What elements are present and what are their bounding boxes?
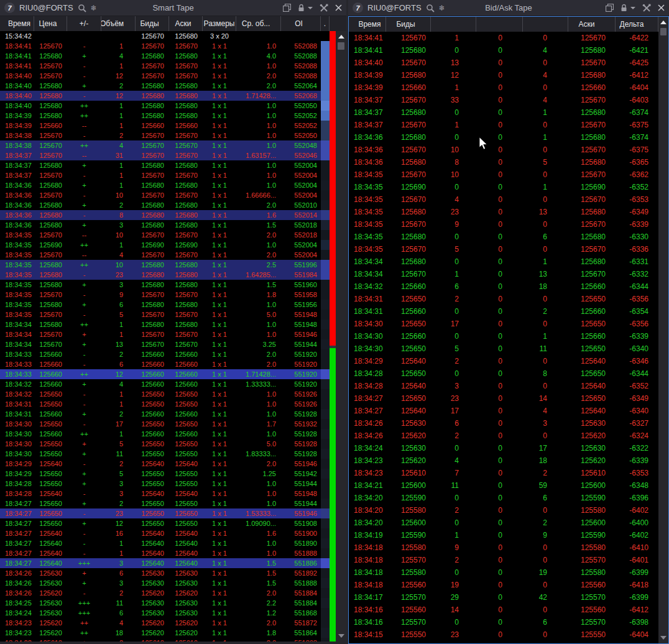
bidask-row[interactable]: 18:34:361256701000125670-6375 bbox=[349, 144, 668, 156]
tape-row[interactable]: 18:34:39125680++11256801256801 x 11.0552… bbox=[0, 111, 346, 121]
bidask-row[interactable]: 18:34:37125680001125680-6374 bbox=[349, 106, 668, 119]
scroll-down-arrow-icon[interactable] bbox=[658, 633, 668, 642]
bidask-row[interactable]: 18:34:35125670400125670-6353 bbox=[349, 193, 668, 206]
bidask-row[interactable]: 18:34:351256701000125670-6362 bbox=[349, 168, 668, 181]
lock-icon[interactable] bbox=[298, 4, 305, 12]
tape-row[interactable]: 18:34:23125620++41256201256201 x 12.0551… bbox=[0, 618, 346, 628]
tape-row[interactable]: 18:34:26125620-21256201256201 x 12.05518… bbox=[0, 588, 346, 598]
scroll-up-arrow-icon[interactable] bbox=[658, 18, 668, 27]
bidask-row[interactable]: 18:34:35125690001125690-6352 bbox=[349, 181, 668, 193]
lock-icon[interactable] bbox=[621, 4, 627, 12]
scrollbar-thumb[interactable] bbox=[660, 28, 667, 35]
bidask-row[interactable]: 18:34:301256505011125650-6340 bbox=[349, 343, 668, 355]
left-col-header-ask[interactable]: Аски bbox=[169, 16, 203, 31]
bidask-row[interactable]: 18:34:341256701013125670-6332 bbox=[349, 268, 668, 280]
bidask-row[interactable]: 18:34:371256703304125670-6403 bbox=[349, 94, 668, 106]
bidask-row[interactable]: 18:34:2112560011059125600-6348 bbox=[349, 479, 668, 492]
scroll-up-arrow-icon[interactable] bbox=[336, 32, 346, 41]
tape-row[interactable]: 18:34:29125640-21256401256401 x 12.05519… bbox=[0, 459, 346, 469]
close-icon[interactable] bbox=[335, 4, 342, 11]
bidask-row[interactable]: 18:34:39125660100125660-6404 bbox=[349, 81, 668, 94]
tape-row[interactable]: 18:34:27125640-11256401256401 x 11.05518… bbox=[0, 548, 346, 558]
tape-row[interactable]: 18:34:39125660--11256601256601 x 11.0552… bbox=[0, 121, 346, 131]
bidask-row[interactable]: 18:34:18125570200125570-6401 bbox=[349, 554, 668, 566]
search-icon[interactable] bbox=[78, 4, 86, 12]
bidask-row[interactable]: 18:34:23125610702125610-6353 bbox=[349, 467, 668, 479]
tape-row[interactable]: 18:34:40125670-121256701256701 x 12.0552… bbox=[0, 71, 346, 81]
bidask-row[interactable]: 18:34:20125580200125580-6402 bbox=[349, 504, 668, 517]
tape-row[interactable]: 18:34:26125630+31256301256301 x 11.55518… bbox=[0, 578, 346, 588]
tape-row[interactable]: 18:34:27125640-161256401256401 x 11.6551… bbox=[0, 528, 346, 538]
tape-row[interactable]: 18:34:23125620++181256201256201 x 11.855… bbox=[0, 628, 346, 638]
tape-row[interactable]: 18:34:36125670-101256701256701 x 11.6666… bbox=[0, 190, 346, 200]
left-col-header-bid[interactable]: Биды bbox=[136, 16, 169, 31]
left-col-header-time[interactable]: Время bbox=[0, 16, 34, 31]
bidask-row[interactable]: 18:34:26125620200125620-6324 bbox=[349, 430, 668, 442]
right-col-header-ask-vol[interactable] bbox=[523, 17, 568, 32]
bidask-row[interactable]: 18:34:29125640200125640-6346 bbox=[349, 355, 668, 367]
tape-row[interactable]: 18:34:24125630+++61256301256301 x 11.255… bbox=[0, 608, 346, 618]
snapshot-row[interactable]: 15:34:421256701256803 x 20 bbox=[0, 31, 346, 41]
left-col-header-volume[interactable]: Объём bbox=[101, 16, 136, 31]
bidask-row[interactable]: 18:34:35125680006125680-6330 bbox=[349, 231, 668, 243]
left-col-header-change[interactable]: +/- bbox=[67, 16, 101, 31]
tape-row[interactable]: 18:34:35125690++11256901256901 x 11.0552… bbox=[0, 240, 346, 250]
tape-row[interactable]: 18:34:36125680+11256801256801 x 11.05520… bbox=[0, 180, 346, 190]
tape-row[interactable]: 18:34:35125670-51256701256701 x 15.05519… bbox=[0, 310, 346, 320]
tape-row[interactable]: 18:34:41125670-11256701256701 x 11.05520… bbox=[0, 41, 346, 51]
bidask-row[interactable]: 18:34:31125650200125650-6356 bbox=[349, 293, 668, 305]
tape-row[interactable]: 18:34:36125680+31256801256801 x 11.55520… bbox=[0, 220, 346, 230]
bidask-tape-titlebar[interactable]: 7 RIU0@FORTS ❄ Bid/Ask Tape bbox=[348, 0, 669, 16]
tape-row[interactable]: 18:34:28125650+31256501256501 x 11.05519… bbox=[0, 479, 346, 489]
bidask-row[interactable]: 18:34:37125670100125670-6375 bbox=[349, 119, 668, 131]
bidask-row[interactable]: 18:34:36125680001125680-6374 bbox=[349, 131, 668, 144]
bidask-row[interactable]: 18:34:35125670500125670-6336 bbox=[349, 243, 668, 255]
tape-row[interactable]: 18:34:35125680+31256801256801 x 11.55519… bbox=[0, 280, 346, 290]
tape-row[interactable]: 18:34:30125650+51256501256501 x 15.05519… bbox=[0, 439, 346, 449]
right-scrollbar[interactable] bbox=[658, 17, 668, 643]
tape-row[interactable]: 18:34:38125670-21256701256701 x 11.05520… bbox=[0, 131, 346, 140]
tape-row[interactable]: 18:34:37125670--311256701256701 x 11.631… bbox=[0, 150, 346, 160]
tape-row[interactable]: 18:34:26125630+61256301256301 x 11.55518… bbox=[0, 568, 346, 578]
tape-row[interactable]: 18:34:33125660-21256601256601 x 12.05519… bbox=[0, 349, 346, 359]
tools-icon[interactable] bbox=[320, 4, 328, 12]
bidask-row[interactable]: 18:34:28125640300125640-6352 bbox=[349, 380, 668, 392]
search-icon[interactable] bbox=[426, 4, 435, 12]
tape-row[interactable]: 18:34:31125650-11256501256501 x 11.05519… bbox=[0, 399, 346, 409]
bidask-row[interactable]: 18:34:151255502300125550-6404 bbox=[349, 628, 668, 641]
left-col-header-price[interactable]: Цена bbox=[34, 16, 67, 31]
tape-row[interactable]: 18:34:30125650-171256501256501 x 11.7551… bbox=[0, 419, 346, 429]
tape-row[interactable]: 18:34:32125650-11256501256501 x 11.05519… bbox=[0, 389, 346, 399]
tape-row[interactable]: 18:34:33125660-61256601256601 x 12.05519… bbox=[0, 359, 346, 369]
tape-row[interactable]: 18:34:40125680+21256801256801 x 12.05520… bbox=[0, 81, 346, 91]
left-col-header-avg-vol[interactable]: Ср. об... bbox=[236, 16, 281, 31]
close-icon[interactable] bbox=[658, 4, 665, 11]
bidask-row[interactable]: 18:34:28125650008125650-6344 bbox=[349, 367, 668, 380]
snowflake-icon[interactable]: ❄ bbox=[91, 4, 97, 12]
duplicate-icon[interactable] bbox=[283, 4, 291, 12]
tape-row[interactable]: 18:34:35125680-231256801256801 x 11.6428… bbox=[0, 270, 346, 280]
bidask-row[interactable]: 18:34:20125590006125590-6396 bbox=[349, 492, 668, 504]
bidask-row[interactable]: 18:34:301256501700125650-6356 bbox=[349, 318, 668, 330]
caret-down-icon[interactable] bbox=[630, 7, 635, 9]
tape-row[interactable]: 18:34:34125680++11256801256801 x 11.0551… bbox=[0, 320, 346, 329]
bidask-row[interactable]: 18:34:391256801204125680-6412 bbox=[349, 69, 668, 81]
tape-row[interactable]: 18:34:30125650+111256501256501 x 11.8333… bbox=[0, 449, 346, 459]
tape-row[interactable]: 18:34:33125660++121256601256601 x 11.714… bbox=[0, 369, 346, 379]
left-col-header-oi[interactable]: OI bbox=[281, 16, 321, 31]
bidask-row[interactable]: 18:34:181255601900125560-6418 bbox=[349, 579, 668, 591]
tools-icon[interactable] bbox=[642, 4, 651, 12]
tape-row[interactable]: 18:34:35125680+61256801256801 x 11.05519… bbox=[0, 300, 346, 310]
tape-row[interactable]: 18:34:35125670--41256701256701 x 12.0552… bbox=[0, 250, 346, 260]
tape-row[interactable]: 18:34:32125660+41256601256601 x 11.33333… bbox=[0, 379, 346, 389]
tape-row[interactable]: 18:34:41125680+41256801256801 x 14.05520… bbox=[0, 51, 346, 61]
bidask-row[interactable]: 18:34:241256300017125630-6322 bbox=[349, 442, 668, 454]
bidask-row[interactable]: 18:34:20125600002125600-6400 bbox=[349, 517, 668, 529]
tape-row[interactable]: 18:34:27125650-231256501256501 x 11.5333… bbox=[0, 508, 346, 518]
bidask-row[interactable]: 18:34:16125570006125570-6398 bbox=[349, 616, 668, 628]
tape-row[interactable]: 18:34:36125680+21256801256801 x 12.05520… bbox=[0, 200, 346, 210]
tape-row[interactable]: 18:34:35125670-91256701256701 x 11.85519… bbox=[0, 290, 346, 300]
bidask-row[interactable]: 18:34:1712557029042125570-6399 bbox=[349, 591, 668, 604]
right-col-header-ask[interactable]: Аски bbox=[568, 17, 616, 32]
tape-row[interactable]: 18:34:40125680-121256801256801 x 11.7142… bbox=[0, 91, 346, 101]
